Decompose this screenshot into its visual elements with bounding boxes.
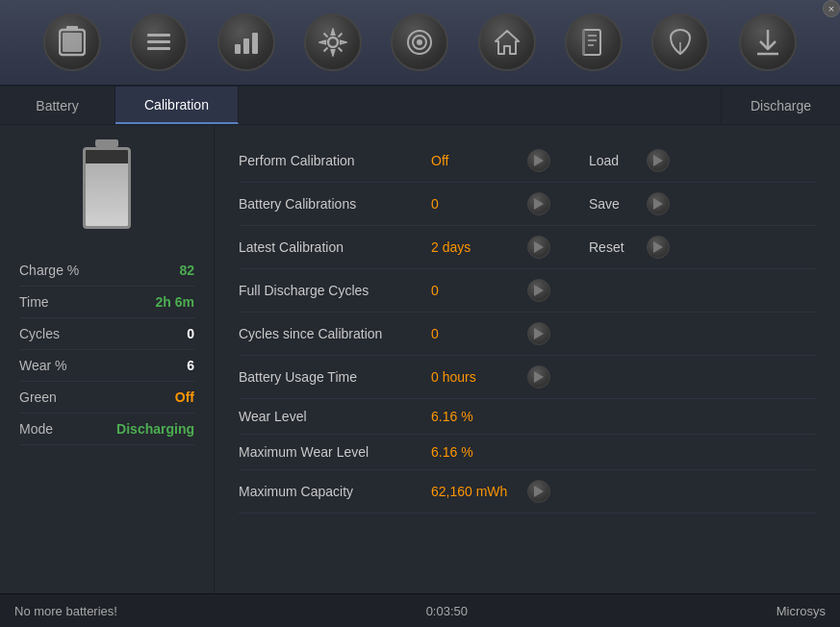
calib-row-7: Maximum Wear Level 6.16 % xyxy=(239,435,816,470)
toolbar xyxy=(0,0,840,87)
svg-rect-5 xyxy=(147,47,170,50)
calib-btn-5[interactable] xyxy=(527,365,550,389)
calib-row-4: Cycles since Calibration 0 xyxy=(239,313,816,356)
home-toolbar-btn[interactable] xyxy=(478,13,536,71)
stat-row-cycles: Cycles 0 xyxy=(19,318,194,350)
chart-toolbar-btn[interactable] xyxy=(217,13,275,71)
download-toolbar-btn[interactable] xyxy=(739,13,797,71)
calib-row-5: Battery Usage Time 0 hours xyxy=(239,356,816,399)
svg-point-12 xyxy=(417,39,422,45)
tab-bar: Battery Calibration Discharge xyxy=(0,87,840,125)
stat-row-charge: Charge % 82 xyxy=(19,255,194,287)
main-content: Charge % 82 Time 2h 6m Cycles 0 Wear % 6… xyxy=(0,125,840,593)
svg-rect-2 xyxy=(63,33,82,52)
leaf-toolbar-btn[interactable] xyxy=(651,13,709,71)
calib-row-8: Maximum Capacity 62,160 mWh xyxy=(239,470,816,514)
calib-action-btn-1[interactable] xyxy=(647,192,670,215)
calib-btn-3[interactable] xyxy=(527,279,550,302)
title-bar-area: × xyxy=(823,0,840,17)
status-bar: No more batteries! 0:03:50 Microsys xyxy=(0,593,840,627)
status-center: 0:03:50 xyxy=(117,604,776,618)
gear-toolbar-btn[interactable] xyxy=(304,13,362,71)
calib-row-6: Wear Level 6.16 % xyxy=(239,399,816,435)
svg-rect-14 xyxy=(583,30,600,55)
stat-row-mode: Mode Discharging xyxy=(19,414,194,445)
calib-btn-0[interactable] xyxy=(527,149,550,172)
svg-rect-18 xyxy=(582,30,585,55)
left-panel: Charge % 82 Time 2h 6m Cycles 0 Wear % 6… xyxy=(0,125,215,593)
calib-action-btn-2[interactable] xyxy=(647,236,670,259)
tab-spacer xyxy=(239,87,721,124)
calib-btn-8[interactable] xyxy=(527,480,550,503)
tab-battery[interactable]: Battery xyxy=(0,87,115,124)
calib-row-1: Battery Calibrations 0 Save xyxy=(239,183,816,226)
right-panel: Perform Calibration Off Load Battery Cal… xyxy=(215,125,840,593)
tab-discharge[interactable]: Discharge xyxy=(721,87,840,124)
svg-rect-8 xyxy=(252,33,258,54)
calib-row-2: Latest Calibration 2 days Reset xyxy=(239,226,816,269)
status-left: No more batteries! xyxy=(14,604,117,618)
stat-row-wear: Wear % 6 xyxy=(19,350,194,382)
status-right: Microsys xyxy=(776,604,826,618)
list-toolbar-btn[interactable] xyxy=(130,13,188,71)
target-toolbar-btn[interactable] xyxy=(391,13,448,71)
book-toolbar-btn[interactable] xyxy=(565,13,623,71)
svg-rect-3 xyxy=(147,34,170,37)
calib-btn-1[interactable] xyxy=(527,192,550,215)
close-button[interactable]: × xyxy=(823,0,840,17)
calib-btn-2[interactable] xyxy=(527,236,550,259)
svg-rect-4 xyxy=(147,40,170,43)
calib-action-btn-0[interactable] xyxy=(647,149,670,172)
calib-row-3: Full Discharge Cycles 0 xyxy=(239,269,816,313)
svg-rect-6 xyxy=(235,44,241,54)
calib-btn-4[interactable] xyxy=(527,322,550,345)
battery-toolbar-btn[interactable] xyxy=(43,13,101,71)
svg-marker-13 xyxy=(496,31,519,54)
stat-row-green: Green Off xyxy=(19,382,194,414)
battery-icon xyxy=(78,139,136,236)
svg-point-9 xyxy=(328,38,338,47)
stat-row-time: Time 2h 6m xyxy=(19,287,194,318)
svg-rect-7 xyxy=(243,38,249,54)
tab-calibration[interactable]: Calibration xyxy=(115,87,239,124)
calib-row-0: Perform Calibration Off Load xyxy=(239,139,816,183)
